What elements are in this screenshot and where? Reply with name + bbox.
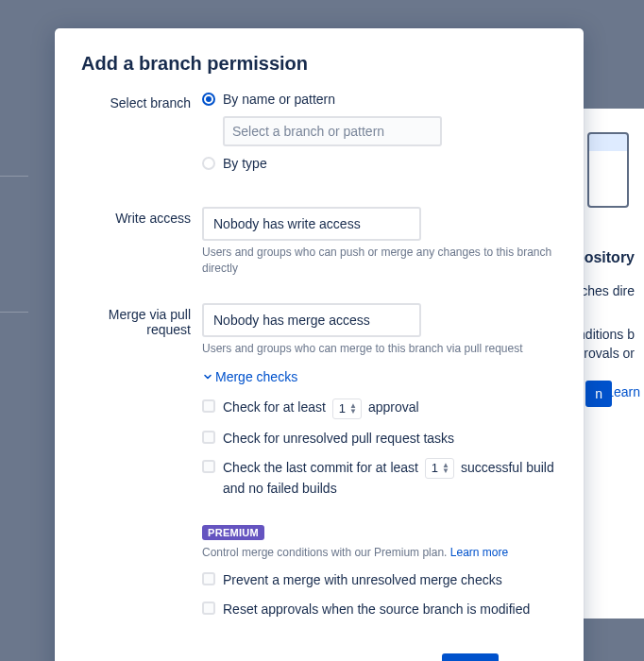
bg-divider (0, 312, 28, 313)
merge-checks-toggle[interactable]: Merge checks (202, 369, 557, 384)
stepper-arrows-icon: ▲▼ (349, 403, 357, 415)
check-unresolved-tasks-text: Check for unresolved pull request tasks (223, 429, 557, 449)
check-last-commit-checkbox[interactable] (202, 460, 215, 473)
prevent-merge-text: Prevent a merge with unresolved merge ch… (223, 570, 557, 590)
branch-permission-modal: Add a branch permission Select branch By… (55, 28, 584, 661)
premium-help-text: Control merge conditions with our Premiu… (202, 546, 557, 559)
check-unresolved-tasks-row: Check for unresolved pull request tasks (202, 429, 557, 449)
save-button[interactable]: Save (442, 653, 499, 661)
by-type-radio-row[interactable]: By type (202, 156, 557, 171)
by-type-label: By type (223, 156, 267, 171)
stepper-arrows-icon: ▲▼ (442, 463, 449, 474)
merge-access-input[interactable]: Nobody has merge access (202, 303, 421, 337)
reset-approvals-text: Reset approvals when the source branch i… (223, 600, 557, 619)
premium-badge: PREMIUM (202, 525, 264, 540)
bg-link-fragment: Learn (606, 384, 644, 399)
build-count-stepper[interactable]: 1 ▲▼ (425, 458, 454, 479)
merge-checks-label: Merge checks (215, 369, 297, 384)
by-name-label: By name or pattern (223, 92, 335, 107)
select-branch-label: Select branch (81, 92, 202, 110)
check-last-commit-row: Check the last commit for at least 1 ▲▼ … (202, 458, 557, 499)
merge-pull-section: Merge via pull request Nobody has merge … (81, 303, 557, 629)
reset-approvals-checkbox[interactable] (202, 602, 215, 615)
bg-text-fragment: provals or (577, 346, 635, 361)
select-branch-section: Select branch By name or pattern Select … (81, 92, 557, 180)
reset-approvals-row: Reset approvals when the source branch i… (202, 600, 557, 619)
write-access-label: Write access (81, 207, 202, 226)
modal-footer: Save Cancel (81, 653, 557, 661)
write-access-section: Write access Nobody has write access Use… (81, 207, 557, 277)
prevent-merge-checkbox[interactable] (202, 572, 215, 585)
merge-pull-label: Merge via pull request (81, 303, 202, 337)
approval-count-stepper[interactable]: 1 ▲▼ (332, 398, 362, 419)
bg-divider (0, 176, 28, 177)
check-min-approval-row: Check for at least 1 ▲▼ approval (202, 398, 557, 418)
chevron-down-icon (202, 371, 213, 382)
modal-title: Add a branch permission (81, 53, 557, 75)
check-last-commit-text: Check the last commit for at least 1 ▲▼ … (223, 458, 557, 499)
by-name-radio-row[interactable]: By name or pattern (202, 92, 557, 107)
learn-more-link[interactable]: Learn more (450, 546, 508, 559)
check-min-approval-text: Check for at least 1 ▲▼ approval (223, 398, 557, 418)
bg-illustration (587, 132, 629, 208)
by-type-radio[interactable] (202, 157, 215, 170)
write-access-help: Users and groups who can push or merge a… (202, 245, 557, 277)
check-min-approval-checkbox[interactable] (202, 399, 215, 413)
by-name-radio[interactable] (202, 93, 215, 106)
branch-pattern-input[interactable]: Select a branch or pattern (223, 116, 442, 146)
check-unresolved-tasks-checkbox[interactable] (202, 431, 215, 444)
prevent-merge-row: Prevent a merge with unresolved merge ch… (202, 570, 557, 590)
write-access-input[interactable]: Nobody has write access (202, 207, 421, 241)
merge-access-help: Users and groups who can merge to this b… (202, 341, 557, 357)
